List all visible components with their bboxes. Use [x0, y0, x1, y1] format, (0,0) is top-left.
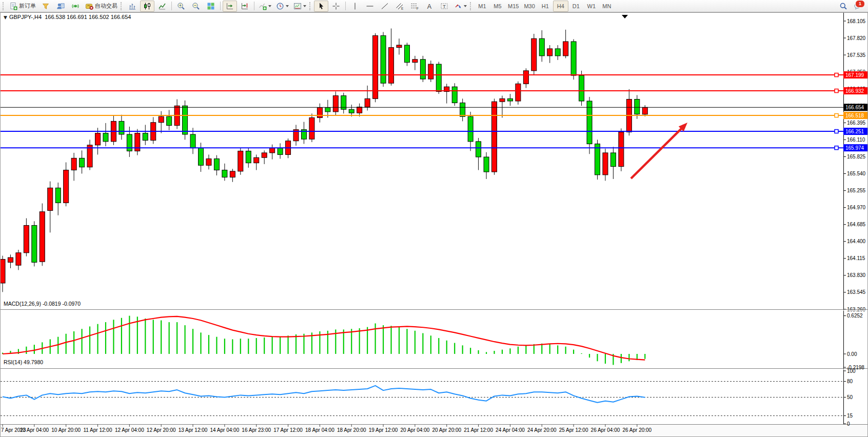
- candle-down: [595, 144, 600, 175]
- autotrading-button[interactable]: 自动交易: [83, 1, 120, 12]
- styles-button[interactable]: [38, 1, 53, 12]
- new-order-button[interactable]: 新订单: [7, 1, 38, 12]
- date-label: 25 Apr 12:00: [559, 427, 588, 433]
- candle-up: [603, 153, 608, 175]
- channel-icon: E: [396, 2, 404, 10]
- price-tag-label: 165.974: [845, 145, 864, 151]
- mt4-application: 新订单 自动交易: [0, 0, 868, 437]
- timeframe-m5-button[interactable]: M5: [490, 1, 505, 12]
- timeframe-mn-button[interactable]: MN: [599, 1, 615, 12]
- new-order-label: 新订单: [19, 2, 36, 10]
- candle-up: [238, 151, 243, 171]
- candle-down: [507, 98, 512, 101]
- candle-down: [246, 151, 251, 163]
- hline-handle[interactable]: [835, 73, 838, 77]
- signals-button[interactable]: [68, 1, 83, 12]
- tile-windows-button[interactable]: [204, 1, 218, 12]
- price-tick-label: 163.545: [847, 289, 866, 295]
- timeframe-d1-button[interactable]: D1: [568, 1, 584, 12]
- candle-down: [420, 59, 425, 79]
- search-icon: [839, 2, 847, 10]
- candle-up: [135, 133, 140, 151]
- date-label: 24 Apr 04:00: [496, 427, 525, 433]
- candle-up: [365, 98, 370, 107]
- search-button[interactable]: [836, 1, 851, 12]
- zoom-in-button[interactable]: [174, 1, 188, 12]
- periods-button[interactable]: [274, 1, 291, 12]
- candle-up: [64, 170, 69, 203]
- bar-chart-button[interactable]: [125, 1, 140, 12]
- hline-handle[interactable]: [835, 89, 838, 93]
- rsi-tick-label: 100: [847, 368, 856, 374]
- candle-down: [222, 170, 227, 177]
- price-tick-label: 168.105: [847, 18, 866, 24]
- candle-up: [48, 188, 53, 210]
- timeframe-m15-button[interactable]: M15: [505, 1, 521, 12]
- candlestick-chart-button[interactable]: [140, 1, 154, 12]
- equidistant-channel-tool[interactable]: E: [392, 1, 407, 12]
- candle-down: [214, 159, 219, 170]
- text-tool[interactable]: A: [422, 1, 437, 12]
- trendline-tool[interactable]: [378, 1, 392, 12]
- price-tick-label: 167.820: [847, 35, 866, 41]
- templates-button[interactable]: [291, 1, 308, 12]
- price-tick-label: 165.825: [847, 154, 866, 160]
- chart-shift-icon: [241, 2, 249, 10]
- chart-menu-caret[interactable]: ▼: [4, 15, 7, 20]
- rsi-indicator-label: RSI(14) 49.7980: [4, 359, 43, 365]
- arrows-dropdown-caret[interactable]: [464, 5, 467, 7]
- indicators-dropdown-caret[interactable]: [268, 5, 271, 7]
- auto-scroll-button[interactable]: [223, 1, 237, 12]
- rsi-tick-label: 80: [847, 379, 853, 384]
- price-tick-label: 166.110: [847, 137, 865, 143]
- hline-handle[interactable]: [835, 114, 838, 117]
- zoom-in-icon: [177, 2, 185, 10]
- chat-button[interactable]: 1: [854, 2, 862, 10]
- timeframe-m1-button[interactable]: M1: [475, 1, 490, 12]
- rsi-tick-label: 15: [847, 413, 853, 419]
- chart-title[interactable]: ▼GBPJPY-,H4 166.538 166.691 166.502 166.…: [4, 14, 131, 20]
- arrows-tool[interactable]: [452, 1, 469, 12]
- chart-shift-button[interactable]: [238, 1, 252, 12]
- templates-dropdown-caret[interactable]: [303, 5, 306, 7]
- svg-text:A: A: [427, 3, 432, 10]
- cursor-icon: [317, 2, 325, 10]
- text-label-tool[interactable]: T: [437, 1, 451, 12]
- price-tick-label: 164.115: [847, 255, 865, 261]
- timeframe-h1-button[interactable]: H1: [538, 1, 553, 12]
- vertical-line-tool[interactable]: [348, 1, 362, 12]
- zoom-out-button[interactable]: [189, 1, 203, 12]
- toolbar-separator: [345, 2, 346, 10]
- clock-icon: [276, 2, 284, 10]
- chart-window: 168.105167.820167.535167.250166.965166.6…: [0, 12, 868, 437]
- candle-up: [357, 107, 362, 113]
- chart-canvas[interactable]: 168.105167.820167.535167.250166.965166.6…: [0, 12, 868, 437]
- hline-handle[interactable]: [835, 146, 838, 150]
- periods-dropdown-caret[interactable]: [286, 5, 289, 7]
- candle-up: [262, 153, 267, 157]
- timeframe-h4-button[interactable]: H4: [553, 1, 568, 12]
- date-label: 21 Apr 12:00: [464, 427, 493, 433]
- crosshair-tool-button[interactable]: [329, 1, 343, 12]
- line-chart-button[interactable]: [155, 1, 169, 12]
- label-icon: T: [440, 2, 448, 10]
- indicators-button[interactable]: [257, 1, 273, 12]
- candle-up: [642, 107, 647, 114]
- candle-down: [190, 134, 195, 148]
- timeframe-w1-button[interactable]: W1: [584, 1, 599, 12]
- navigator-button[interactable]: [53, 1, 68, 12]
- timeframe-m30-button[interactable]: M30: [521, 1, 537, 12]
- crosshair-icon: [332, 2, 340, 10]
- cursor-tool-button[interactable]: [314, 1, 328, 12]
- autotrading-label: 自动交易: [95, 2, 117, 10]
- candle-up: [8, 257, 13, 262]
- horizontal-line-tool[interactable]: [363, 1, 377, 12]
- candle-up: [40, 212, 45, 262]
- tile-windows-icon: [207, 2, 215, 10]
- candle-up: [389, 48, 394, 84]
- hline-handle[interactable]: [835, 130, 838, 133]
- fibonacci-tool[interactable]: F: [407, 1, 422, 12]
- date-label: 19 Apr 12:00: [369, 427, 398, 433]
- new-order-icon: [9, 2, 17, 10]
- autotrading-icon: [85, 2, 93, 10]
